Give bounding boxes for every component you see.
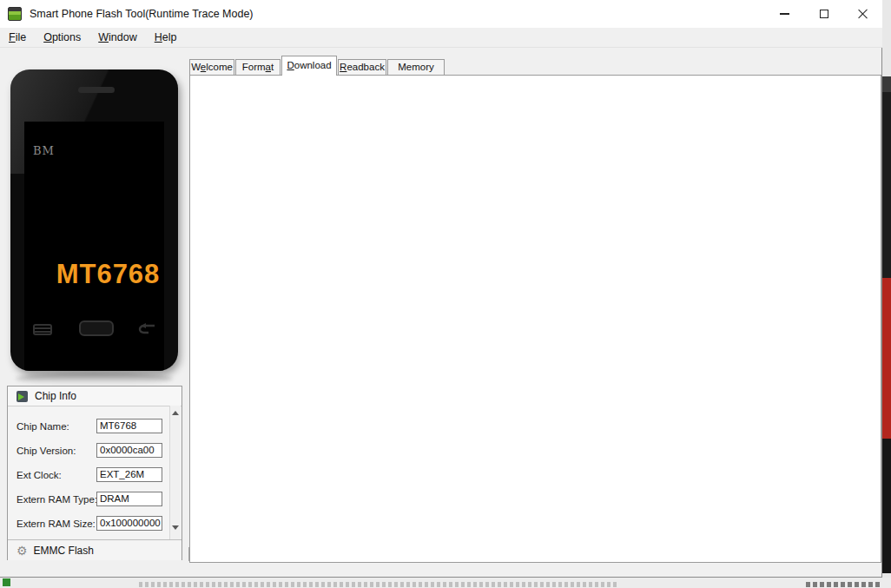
emmc-flash-label: EMMC Flash: [34, 545, 94, 557]
menu-item[interactable]: Options: [35, 28, 89, 47]
tab[interactable]: Format: [235, 59, 280, 76]
phone-badge: BM: [33, 144, 55, 157]
title-bar[interactable]: Smart Phone Flash Tool(Runtime Trace Mod…: [0, 0, 882, 28]
menu-bar: File Options Window Help: [0, 28, 882, 48]
background-dark-block: [882, 76, 891, 278]
close-icon: [858, 9, 868, 19]
maximize-button[interactable]: [804, 0, 843, 28]
phone-reflection: [16, 373, 173, 385]
chip-field-label: Extern RAM Type:: [16, 494, 97, 505]
window-title: Smart Phone Flash Tool(Runtime Trace Mod…: [30, 0, 254, 28]
background-green-square: [3, 578, 10, 586]
chip-field-value: MT6768: [96, 419, 162, 433]
emmc-flash-section-header[interactable]: ⚙ EMMC Flash: [8, 539, 182, 560]
chip-info-row: Chip Name: MT6768: [8, 419, 169, 436]
chip-field-label: Chip Version:: [16, 446, 76, 456]
chip-field-label: Chip Name:: [16, 421, 69, 432]
chip-info-row: Extern RAM Type: DRAM: [8, 492, 169, 509]
chip-info-row: Extern RAM Size: 0x100000000: [8, 516, 169, 533]
phone-back-icon: [136, 322, 157, 340]
scroll-up-icon[interactable]: [172, 411, 179, 415]
app-icon: [8, 7, 22, 21]
minimize-icon: [780, 13, 789, 15]
tab[interactable]: Memory Test: [387, 59, 445, 76]
phone-speaker: [78, 87, 115, 93]
tab[interactable]: Readback: [338, 59, 386, 76]
app-window: Smart Phone Flash Tool(Runtime Trace Mod…: [0, 0, 882, 578]
background-window-strip: [882, 0, 891, 588]
chip-info-scrollbar[interactable]: [169, 406, 181, 539]
maximize-icon: [820, 10, 828, 18]
menu-item[interactable]: Window: [89, 28, 145, 47]
chip-field-label: Ext Clock:: [16, 470, 62, 480]
chip-info-panel: Chip Info Chip Name: MT6768 Chip Version…: [7, 386, 182, 560]
chip-field-value: 0x0000ca00: [96, 443, 162, 458]
menu-item[interactable]: Help: [146, 28, 186, 47]
phone-menu-icon: [33, 324, 52, 335]
device-illustration: BM MT6768: [10, 69, 178, 371]
background-text-smudge: [806, 582, 880, 587]
chip-info-icon: [16, 391, 28, 402]
chip-field-value: EXT_26M: [96, 467, 162, 482]
phone-home-button: [79, 320, 114, 336]
chip-field-value: 0x100000000: [96, 516, 162, 531]
menu-item[interactable]: File: [0, 28, 35, 47]
minimize-button[interactable]: [765, 0, 804, 28]
screen: Smart Phone Flash Tool(Runtime Trace Mod…: [0, 0, 891, 588]
chip-field-value: DRAM: [96, 492, 162, 506]
chip-info-header[interactable]: Chip Info: [8, 386, 182, 406]
chip-field-label: Extern RAM Size:: [16, 519, 96, 529]
gear-icon: ⚙: [16, 545, 28, 557]
phone-chip-label: MT6768: [24, 259, 178, 290]
chip-info-row: Ext Clock: EXT_26M: [8, 467, 169, 485]
chip-info-row: Chip Version: 0x0000ca00: [8, 443, 169, 460]
scroll-down-icon[interactable]: [172, 525, 179, 530]
background-text-smudge: [139, 582, 617, 587]
chip-info-fields: Chip Name: MT6768 Chip Version: 0x0000ca…: [8, 406, 169, 539]
background-red-block: [882, 278, 891, 439]
tab[interactable]: Download: [281, 56, 337, 76]
chip-info-title: Chip Info: [35, 390, 76, 402]
background-dark-block: [882, 439, 891, 573]
tab[interactable]: Welcome: [189, 59, 234, 76]
tab-page: [189, 75, 881, 563]
close-button[interactable]: [843, 0, 882, 28]
